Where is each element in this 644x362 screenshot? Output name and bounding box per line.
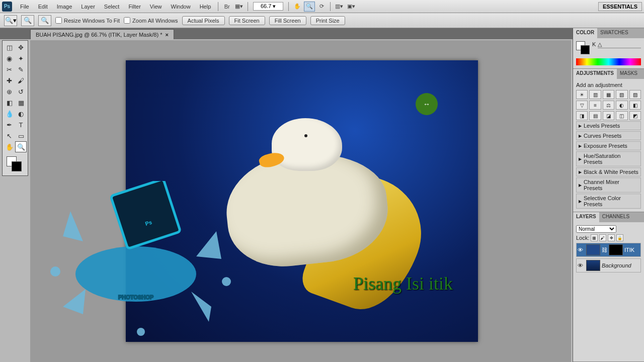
svg-point-3 [137,328,145,336]
app-logo: Ps [2,2,12,12]
lock-all-icon[interactable]: 🔒 [616,234,623,241]
layer-row[interactable]: 👁⛓ITIK [576,243,641,257]
hand-tool[interactable]: ✋ [4,141,15,152]
mask-thumbnail[interactable] [609,244,623,255]
visibility-icon[interactable]: 👁 [578,262,585,268]
fit-screen-button[interactable]: Fit Screen [229,16,265,25]
zoom-tool[interactable]: 🔍 [15,141,27,152]
menu-help[interactable]: Help [196,2,215,11]
layer-thumbnail[interactable] [586,260,600,271]
adjustment-icon-9[interactable]: ◧ [629,101,641,110]
masks-tab[interactable]: MASKS [617,69,640,79]
visibility-icon[interactable]: 👁 [578,247,585,253]
spectrum-bar[interactable] [576,58,641,65]
eraser-tool[interactable]: ◧ [4,97,15,108]
stamp-tool[interactable]: ⊕ [4,86,15,97]
adjustment-icon-3[interactable]: ▧ [616,90,627,99]
channels-tab[interactable]: CHANNELS [599,212,632,222]
eyedropper-tool[interactable]: ✎ [15,64,27,75]
arrange-docs-icon[interactable]: ▥▾ [334,2,345,12]
adjustment-icon-4[interactable]: ▨ [629,90,641,99]
path-tool[interactable]: ↖ [4,130,15,141]
menu-select[interactable]: Select [100,2,124,11]
brush-tool[interactable]: 🖌 [15,75,27,86]
menu-image[interactable]: Image [53,2,76,11]
menu-window[interactable]: Window [167,2,195,11]
workspace-switcher[interactable]: ESSENTIALS [598,2,642,11]
rotate-view-icon[interactable]: ⟳ [316,2,327,12]
swatches-tab[interactable]: SWATCHES [597,28,631,38]
adjustment-icon-7[interactable]: ⚖ [603,101,614,110]
panel-color-swatches[interactable] [576,41,590,54]
color-panel: COLOR SWATCHES K △ [573,28,644,69]
pen-tool[interactable]: ✒ [4,119,15,130]
blur-tool[interactable]: 💧 [4,108,15,119]
background-swatch[interactable] [12,161,22,171]
preset-row[interactable]: ▶Hue/Saturation Presets [576,151,641,166]
lock-transparency-icon[interactable]: ▦ [591,234,598,241]
layer-thumbnail[interactable] [586,244,600,255]
menu-layer[interactable]: Layer [77,2,99,11]
marquee-tool[interactable]: ◫ [4,42,15,53]
preset-row[interactable]: ▶Black & White Presets [576,167,641,176]
preset-row[interactable]: ▶Selective Color Presets [576,194,641,209]
zoom-in-icon[interactable]: 🔍 [21,15,34,26]
zoom-icon[interactable]: 🔍 [304,2,315,12]
arrange-icon[interactable]: ▦▾ [233,2,245,12]
adjustment-icon-1[interactable]: ▥ [589,90,601,99]
preset-row[interactable]: ▶Levels Presets [576,121,641,130]
blend-mode-select[interactable]: Normal [576,225,616,233]
adjustment-icon-2[interactable]: ▦ [603,90,614,99]
print-size-button[interactable]: Print Size [310,16,345,25]
wand-tool[interactable]: ✦ [15,53,27,64]
adjustment-icon-11[interactable]: ▤ [589,111,601,120]
document-tab[interactable]: BUAH PISANG.jpg @ 66.7% (ITIK, Layer Mas… [30,29,174,39]
hand-icon[interactable]: ✋ [292,2,303,12]
screen-mode-icon[interactable]: ▣▾ [346,2,357,12]
adjustment-icon-8[interactable]: ◐ [616,101,627,110]
lasso-tool[interactable]: ◉ [4,53,15,64]
zoom-out-icon[interactable]: 🔍 [38,15,51,26]
menu-file[interactable]: File [16,2,33,11]
crop-tool[interactable]: ✂ [4,64,15,75]
color-slider[interactable]: △ [598,41,641,48]
layer-row[interactable]: 👁Background [576,258,641,273]
menu-filter[interactable]: Filter [124,2,144,11]
chevron-right-icon: ▶ [579,144,582,148]
adjustment-icon-14[interactable]: ◩ [629,111,641,120]
move-tool[interactable]: ✥ [15,42,27,53]
actual-pixels-button[interactable]: Actual Pixels [182,16,225,25]
adjustment-icon-5[interactable]: ▽ [576,101,588,110]
heal-tool[interactable]: ✚ [4,75,15,86]
menu-view[interactable]: View [146,2,166,11]
history-brush-tool[interactable]: ↺ [15,86,27,97]
preset-row[interactable]: ▶Curves Presets [576,131,641,140]
lock-brush-icon[interactable]: 🖌 [599,234,606,241]
adjustment-icon-6[interactable]: ≡ [589,101,601,110]
menu-edit[interactable]: Edit [34,2,52,11]
adjustment-icon-0[interactable]: ☀ [576,90,588,99]
adjustment-icon-12[interactable]: ◪ [603,111,614,120]
preset-row[interactable]: ▶Channel Mixer Presets [576,177,641,193]
preset-row[interactable]: ▶Exposure Presets [576,141,641,150]
preset-label: Levels Presets [584,123,620,129]
bridge-icon[interactable]: Br [221,2,232,12]
zoom-input[interactable]: 66.7 ▾ [253,2,283,11]
close-icon[interactable]: × [165,32,168,38]
adjustment-icon-13[interactable]: ◫ [616,111,627,120]
adjustments-tab[interactable]: ADJUSTMENTS [573,69,617,79]
tool-preset-icon[interactable]: 🔍▾ [4,15,17,26]
layers-tab[interactable]: LAYERS [573,212,599,222]
color-tab[interactable]: COLOR [573,28,597,38]
link-icon[interactable]: ⛓ [602,247,607,253]
fill-screen-button[interactable]: Fill Screen [269,16,306,25]
color-swatches[interactable] [4,154,27,174]
adjustment-icon-10[interactable]: ◨ [576,111,588,120]
zoom-all-checkbox[interactable]: Zoom All Windows [124,17,178,24]
resize-windows-checkbox[interactable]: Resize Windows To Fit [55,17,120,24]
gradient-tool[interactable]: ▦ [15,97,27,108]
lock-move-icon[interactable]: ✥ [608,234,615,241]
dodge-tool[interactable]: ◐ [15,108,27,119]
type-tool[interactable]: T [15,119,27,130]
shape-tool[interactable]: ▭ [15,130,27,141]
